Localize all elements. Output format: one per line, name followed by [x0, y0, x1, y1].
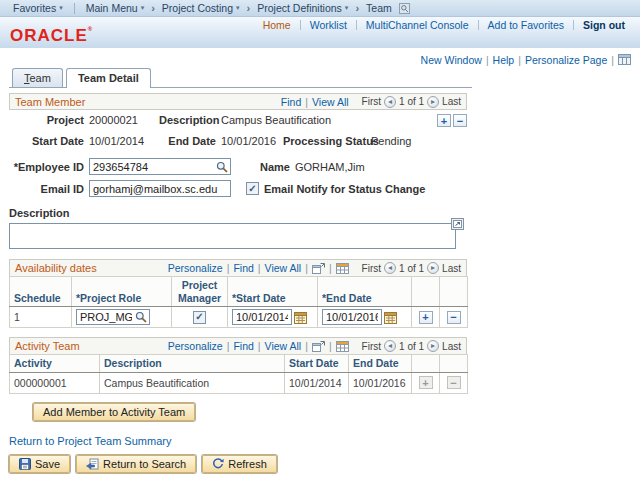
- breadcrumb-arrow: [151, 2, 155, 14]
- link-divider: [325, 340, 336, 352]
- end-date-input[interactable]: [322, 309, 382, 325]
- email-notify-checkbox[interactable]: [246, 182, 259, 195]
- project-label: Project: [9, 114, 89, 126]
- previous-row-button[interactable]: [384, 96, 396, 108]
- previous-row-button[interactable]: [384, 262, 396, 274]
- team-member-header: Team Member Find View All First 1 of 1 L…: [9, 93, 467, 110]
- first-label[interactable]: First: [362, 263, 381, 274]
- project-manager-checkbox[interactable]: [193, 311, 206, 324]
- lookup-icon[interactable]: [216, 161, 228, 173]
- download-grid-icon[interactable]: [336, 263, 349, 274]
- view-all-link[interactable]: View All: [265, 262, 302, 274]
- row-counter: 1 of 1: [399, 341, 424, 352]
- view-all-link[interactable]: View All: [265, 340, 302, 352]
- expand-textarea-icon[interactable]: [451, 218, 464, 230]
- add-row-button[interactable]: [437, 114, 451, 127]
- column-header-activity[interactable]: Activity: [10, 355, 100, 373]
- worklist-link[interactable]: Worklist: [301, 19, 356, 31]
- tab-team[interactable]: Team: [12, 68, 63, 87]
- sign-out-link[interactable]: Sign out: [574, 19, 634, 31]
- email-notify-label: Email Notify for Status Change: [264, 183, 425, 195]
- delete-row-button[interactable]: [453, 114, 467, 127]
- add-row-button[interactable]: [419, 311, 433, 324]
- end-date-value: 10/01/2016: [221, 135, 283, 147]
- personalize-link[interactable]: Personalize: [168, 262, 223, 274]
- breadcrumb-team[interactable]: Team: [361, 2, 397, 14]
- next-row-button[interactable]: [427, 262, 439, 274]
- return-to-search-button[interactable]: Return to Search: [76, 455, 196, 473]
- page-search-icon[interactable]: [399, 3, 410, 14]
- member-description-label: Description: [9, 207, 631, 219]
- availability-header-row: Schedule *Project Role Project Manager *…: [10, 277, 468, 307]
- next-row-button[interactable]: [427, 340, 439, 352]
- breadcrumb-arrow: [247, 2, 251, 14]
- new-window-link[interactable]: New Window: [421, 54, 482, 66]
- last-label[interactable]: Last: [442, 263, 461, 274]
- copy-url-icon[interactable]: [618, 54, 631, 65]
- oracle-logo: ORACLE®: [10, 26, 93, 46]
- first-label[interactable]: First: [362, 96, 381, 107]
- add-member-button[interactable]: Add Member to Activity Team: [33, 403, 195, 421]
- column-header-schedule[interactable]: Schedule: [10, 277, 72, 307]
- delete-row-button[interactable]: [447, 311, 461, 324]
- home-link[interactable]: Home: [254, 19, 300, 31]
- tab-team-detail[interactable]: Team Detail: [66, 68, 151, 88]
- last-label[interactable]: Last: [442, 96, 461, 107]
- calendar-icon[interactable]: [384, 311, 397, 324]
- column-header-end-date[interactable]: End Date: [349, 355, 412, 373]
- start-date-input[interactable]: [232, 309, 292, 325]
- employee-row: *Employee ID Name GORHAM,Jim: [9, 158, 467, 175]
- description-label: Description: [159, 114, 221, 126]
- start-date-label: Start Date: [9, 135, 89, 147]
- email-id-input[interactable]: [89, 180, 231, 197]
- end-date-label: End Date: [159, 135, 221, 147]
- column-header-description[interactable]: Description: [100, 355, 285, 373]
- column-header-start-date[interactable]: *Start Date: [228, 277, 318, 307]
- next-row-button[interactable]: [427, 96, 439, 108]
- employee-id-input[interactable]: [89, 158, 231, 175]
- add-to-favorites-link[interactable]: Add to Favorites: [479, 19, 573, 31]
- portal-links: Home Worklist MultiChannel Console Add t…: [254, 19, 634, 31]
- breadcrumb-project-costing[interactable]: Project Costing: [157, 2, 245, 14]
- breadcrumb-favorites[interactable]: Favorites: [8, 2, 68, 14]
- zoom-grid-icon[interactable]: [312, 263, 325, 274]
- link-divider: [607, 54, 618, 66]
- add-row-button-disabled: [419, 376, 433, 389]
- lookup-icon[interactable]: [135, 311, 147, 323]
- add-row-cell: [412, 372, 440, 393]
- member-description-wrap: [9, 223, 456, 251]
- column-header-project-role[interactable]: *Project Role: [72, 277, 172, 307]
- zoom-grid-icon[interactable]: [312, 341, 325, 352]
- refresh-button[interactable]: Refresh: [202, 455, 277, 473]
- find-link[interactable]: Find: [281, 96, 301, 108]
- breadcrumb-project-definitions[interactable]: Project Definitions: [252, 2, 353, 14]
- first-label[interactable]: First: [362, 341, 381, 352]
- tab-team-label: eam: [30, 72, 51, 84]
- find-link[interactable]: Find: [233, 262, 253, 274]
- column-header-project-manager[interactable]: Project Manager: [172, 277, 228, 307]
- column-header-delete: [440, 355, 468, 373]
- view-all-link[interactable]: View All: [312, 96, 349, 108]
- last-label[interactable]: Last: [442, 341, 461, 352]
- find-link[interactable]: Find: [233, 340, 253, 352]
- return-to-summary-link[interactable]: Return to Project Team Summary: [9, 435, 631, 447]
- personalize-link[interactable]: Personalize: [168, 340, 223, 352]
- save-button[interactable]: Save: [9, 455, 70, 473]
- link-divider: [254, 340, 265, 352]
- previous-row-button[interactable]: [384, 340, 396, 352]
- member-description-textarea[interactable]: [9, 223, 456, 249]
- row-navigation: First 1 of 1 Last: [362, 262, 461, 274]
- team-member-title: Team Member: [15, 96, 281, 108]
- breadcrumb-main-menu[interactable]: Main Menu: [81, 2, 149, 14]
- personalize-page-link[interactable]: Personalize Page: [525, 54, 607, 66]
- availability-row: 1: [10, 307, 468, 328]
- multichannel-console-link[interactable]: MultiChannel Console: [357, 19, 478, 31]
- column-header-start-date[interactable]: Start Date: [285, 355, 349, 373]
- schedule-value: 1: [10, 307, 72, 328]
- download-grid-icon[interactable]: [336, 341, 349, 352]
- calendar-icon[interactable]: [294, 311, 307, 324]
- help-link[interactable]: Help: [493, 54, 515, 66]
- email-row: Email ID Email Notify for Status Change: [9, 180, 467, 197]
- activity-description-value: Campus Beautification: [100, 372, 285, 393]
- column-header-end-date[interactable]: *End Date: [318, 277, 412, 307]
